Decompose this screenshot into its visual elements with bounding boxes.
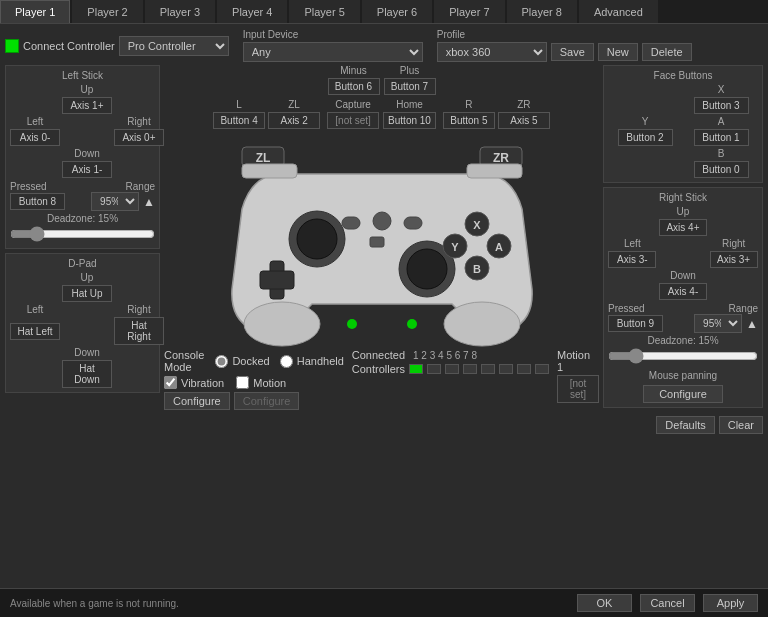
rs-up-btn[interactable]: Axis 4+ (659, 219, 707, 236)
docked-radio[interactable] (215, 355, 228, 368)
ls-pressed-btn[interactable]: Button 8 (10, 193, 65, 210)
b-btn[interactable]: Button 0 (694, 161, 749, 178)
rs-down-btn[interactable]: Axis 4- (659, 283, 707, 300)
top-config-row: Connect Controller Pro Controller Input … (5, 29, 763, 62)
dpad-up-label: Up (81, 272, 94, 283)
mouse-panning-configure-btn[interactable]: Configure (643, 385, 723, 403)
tab-player5[interactable]: Player 5 (289, 0, 359, 23)
center-panel: L Button 4 ZL Axis 2 Minus Button 6 (164, 65, 599, 410)
ls-deadzone-slider[interactable] (10, 226, 155, 242)
profile-select[interactable]: xbox 360 Default (437, 42, 547, 62)
vibration-label: Vibration (181, 377, 224, 389)
handheld-label: Handheld (297, 355, 344, 367)
ls-down-btn[interactable]: Axis 1- (62, 161, 112, 178)
vibration-configure-btn[interactable]: Configure (164, 392, 230, 410)
controller-type-select[interactable]: Pro Controller (119, 36, 229, 56)
ls-left-btn[interactable]: Axis 0- (10, 129, 60, 146)
minus-btn[interactable]: Button 6 (328, 78, 380, 95)
profile-section: Profile xbox 360 Default Save New Delete (437, 29, 692, 62)
motion-btn[interactable]: [not set] (557, 375, 599, 403)
dpad-up-btn[interactable]: Hat Up (62, 285, 112, 302)
home-group: Home Button 10 (383, 99, 436, 129)
tab-player1[interactable]: Player 1 (0, 0, 70, 23)
svg-rect-24 (242, 164, 297, 178)
tab-player2[interactable]: Player 2 (72, 0, 142, 23)
tab-player3[interactable]: Player 3 (145, 0, 215, 23)
rs-range-up[interactable]: ▲ (746, 317, 758, 331)
connected-numbers: 1 2 3 4 5 6 7 8 (413, 350, 477, 361)
vibration-row: Vibration Motion (164, 376, 344, 389)
rs-range-select: 95% ▲ (694, 314, 758, 333)
rs-right-label: Right (722, 238, 745, 249)
zr-btn[interactable]: Axis 5 (498, 112, 550, 129)
capture-btn[interactable]: [not set] (327, 112, 379, 129)
delete-button[interactable]: Delete (642, 43, 692, 61)
console-mode-row: Console Mode Docked Handheld (164, 349, 344, 373)
save-button[interactable]: Save (551, 43, 594, 61)
motion-title: Motion 1 (557, 349, 599, 373)
rs-right-btn[interactable]: Axis 3+ (710, 251, 758, 268)
tab-player4[interactable]: Player 4 (217, 0, 287, 23)
tab-player7[interactable]: Player 7 (434, 0, 504, 23)
clear-button[interactable]: Clear (719, 416, 763, 434)
minus-plus-row: Minus Button 6 Plus Button 7 (328, 65, 436, 95)
dpad-right-btn[interactable]: Hat Right (114, 317, 164, 345)
right-stick-title: Right Stick (608, 192, 758, 203)
ls-up-btn[interactable]: Axis 1+ (62, 97, 112, 114)
capture-group: Capture [not set] (327, 99, 379, 129)
mouse-panning-group: Mouse panning Configure (608, 370, 758, 403)
rs-pressed-btn[interactable]: Button 9 (608, 315, 663, 332)
left-stick-box: Left Stick Up Axis 1+ Left Right Axis 0- (5, 65, 160, 249)
controller-slot-2 (427, 364, 441, 374)
rs-range-label: Range (729, 303, 758, 314)
face-buttons-box: Face Buttons X Button 3 Y A Button 2 But… (603, 65, 763, 183)
defaults-button[interactable]: Defaults (656, 416, 714, 434)
dpad-down-btn[interactable]: Hat Down (62, 360, 112, 388)
input-device-section: Input Device Any (243, 29, 423, 62)
controller-slot-3 (445, 364, 459, 374)
apply-button[interactable]: Apply (703, 594, 758, 612)
motion-checkbox[interactable] (236, 376, 249, 389)
plus-btn[interactable]: Button 7 (384, 78, 436, 95)
vibration-configure-row: Configure Configure (164, 392, 344, 410)
vibration-checkbox[interactable] (164, 376, 177, 389)
y-btn[interactable]: Button 2 (618, 129, 673, 146)
rs-deadzone-slider[interactable] (608, 348, 758, 364)
ls-deadzone-label: Deadzone: 15% (10, 213, 155, 224)
dpad-left-btn[interactable]: Hat Left (10, 323, 60, 340)
rs-range-dropdown[interactable]: 95% (694, 314, 742, 333)
svg-text:Y: Y (451, 241, 459, 253)
ls-range-dropdown[interactable]: 95% (91, 192, 139, 211)
new-button[interactable]: New (598, 43, 638, 61)
tab-player8[interactable]: Player 8 (507, 0, 577, 23)
a-btn[interactable]: Button 1 (694, 129, 749, 146)
controller-slot-4 (463, 364, 477, 374)
home-label: Home (396, 99, 423, 110)
minus-plus-group: Minus Button 6 Plus Button 7 Capture (327, 65, 436, 129)
ls-down-label: Down (74, 148, 100, 159)
tab-advanced[interactable]: Advanced (579, 0, 658, 23)
rs-left-btn[interactable]: Axis 3- (608, 251, 656, 268)
rs-down-label: Down (670, 270, 696, 281)
ls-right-btn[interactable]: Axis 0+ (114, 129, 164, 146)
ls-range-up[interactable]: ▲ (143, 195, 155, 209)
svg-rect-9 (260, 271, 294, 289)
tab-player6[interactable]: Player 6 (362, 0, 432, 23)
r-group: R Button 5 (443, 99, 495, 129)
motion-configure-btn[interactable]: Configure (234, 392, 300, 410)
input-device-select[interactable]: Any (243, 42, 423, 62)
svg-rect-13 (404, 217, 422, 229)
l-btn[interactable]: Button 4 (213, 112, 265, 129)
handheld-radio[interactable] (280, 355, 293, 368)
plus-group: Plus Button 7 (384, 65, 436, 95)
cancel-button[interactable]: Cancel (640, 594, 695, 612)
svg-point-26 (347, 319, 357, 329)
ls-range-label: Range (126, 181, 155, 192)
zl-btn[interactable]: Axis 2 (268, 112, 320, 129)
r-btn[interactable]: Button 5 (443, 112, 495, 129)
shoulder-row: L Button 4 ZL Axis 2 Minus Button 6 (213, 65, 550, 129)
status-text: Available when a game is not running. (10, 598, 569, 609)
home-btn[interactable]: Button 10 (383, 112, 436, 129)
ok-button[interactable]: OK (577, 594, 632, 612)
x-btn[interactable]: Button 3 (694, 97, 749, 114)
